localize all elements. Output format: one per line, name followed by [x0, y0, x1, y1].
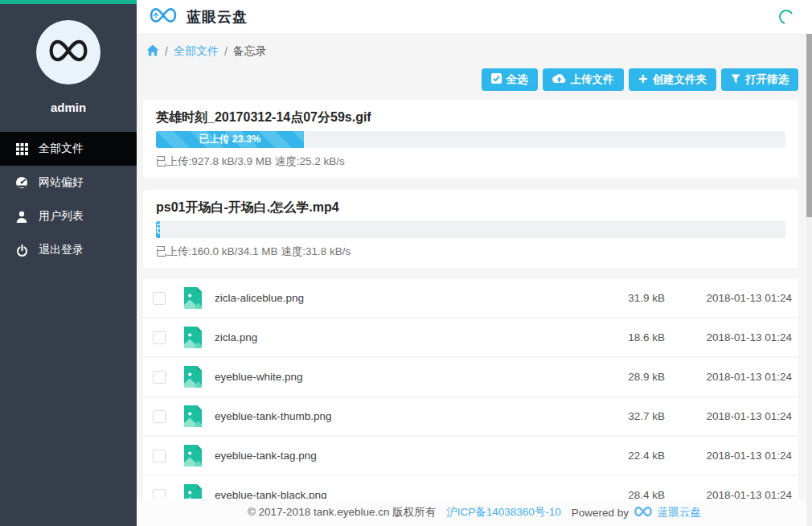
- sidebar-menu: 全部文件 网站偏好: [0, 132, 137, 267]
- file-name[interactable]: eyeblue-white.png: [215, 371, 576, 383]
- dashboard-icon: [15, 176, 28, 189]
- icp-link[interactable]: 沪ICP备14038360号-10: [446, 505, 561, 520]
- progress-label: 已上传 0.5%: [156, 223, 160, 236]
- image-file-icon: [184, 287, 202, 309]
- user-icon: [15, 210, 28, 223]
- avatar[interactable]: [36, 20, 100, 84]
- file-date: 2018-01-13 01:24: [665, 331, 792, 343]
- image-file-icon: [184, 366, 202, 388]
- file-row[interactable]: eyeblue-white.png 28.9 kB 2018-01-13 01:…: [143, 358, 798, 396]
- toolbar: 全选 上传文件: [143, 68, 798, 91]
- top-header: 蓝眼云盘: [137, 0, 812, 34]
- file-date: 2018-01-13 01:24: [665, 410, 792, 422]
- check-square-icon: [491, 73, 502, 86]
- file-name[interactable]: zicla.png: [215, 331, 576, 343]
- open-filter-button[interactable]: 打开筛选: [721, 68, 798, 91]
- button-label: 打开筛选: [745, 72, 789, 87]
- copyright-text: © 2017-2018 tank.eyeblue.cn 版权所有: [248, 505, 436, 520]
- breadcrumb: / 全部文件 / 备忘录: [143, 44, 798, 59]
- app-title: 蓝眼云盘: [187, 7, 248, 27]
- image-file-icon: [184, 327, 202, 348]
- select-all-button[interactable]: 全选: [482, 68, 538, 91]
- button-label: 创建文件夹: [653, 72, 707, 87]
- sidebar-item-all-files[interactable]: 全部文件: [0, 132, 137, 166]
- powered-by-text: Powered by: [572, 507, 629, 519]
- app-window: admin 全部文件: [0, 0, 812, 526]
- footer-brand-link[interactable]: 蓝眼云盘: [658, 505, 701, 520]
- file-date: 2018-01-13 01:24: [665, 292, 792, 304]
- scrollbar-thumb[interactable]: [806, 34, 812, 217]
- sidebar: admin 全部文件: [0, 0, 137, 526]
- powered-by: Powered by 蓝眼云盘: [572, 505, 701, 520]
- cloud-upload-icon: [552, 73, 566, 86]
- sidebar-item-logout[interactable]: 退出登录: [0, 233, 137, 267]
- file-checkbox[interactable]: [153, 450, 166, 462]
- file-size: 31.9 kB: [576, 292, 665, 304]
- upload-card: ps01开场白-开场白.怎么学.mp4 已上传 0.5% 已上传:160.0 k…: [143, 190, 798, 268]
- sidebar-item-user-list[interactable]: 用户列表: [0, 199, 137, 233]
- file-list: zicla-aliceblue.png 31.9 kB 2018-01-13 0…: [143, 279, 798, 514]
- create-folder-button[interactable]: 创建文件夹: [629, 68, 717, 91]
- username: admin: [0, 101, 137, 114]
- upload-card: 英雄时刻_20170312-14点07分59s.gif 已上传 23.3% 已上…: [143, 100, 798, 178]
- image-file-icon: [184, 445, 202, 466]
- file-checkbox[interactable]: [153, 292, 166, 305]
- loading-spinner-icon: [778, 9, 794, 25]
- sidebar-item-label: 全部文件: [39, 142, 84, 156]
- footer: © 2017-2018 tank.eyeblue.cn 版权所有 沪ICP备14…: [137, 499, 812, 526]
- file-date: 2018-01-13 01:24: [665, 371, 792, 383]
- breadcrumb-root-link[interactable]: 全部文件: [174, 44, 219, 59]
- filter-icon: [731, 74, 740, 86]
- file-date: 2018-01-13 01:24: [665, 450, 792, 462]
- sidebar-item-label: 退出登录: [39, 243, 84, 257]
- breadcrumb-current: 备忘录: [233, 44, 267, 59]
- image-file-icon: [184, 405, 202, 427]
- file-row[interactable]: zicla-aliceblue.png 31.9 kB 2018-01-13 0…: [143, 279, 798, 317]
- upload-file-button[interactable]: 上传文件: [543, 68, 624, 91]
- breadcrumb-separator: /: [224, 45, 228, 58]
- brand-infinity-icon: [45, 37, 92, 68]
- plus-icon: [638, 74, 648, 86]
- file-row[interactable]: eyeblue-tank-tag.png 22.4 kB 2018-01-13 …: [143, 437, 798, 475]
- upload-list: 英雄时刻_20170312-14点07分59s.gif 已上传 23.3% 已上…: [143, 100, 798, 268]
- progress-bar-fill: 已上传 0.5%: [156, 221, 160, 238]
- button-label: 全选: [506, 72, 528, 87]
- file-row[interactable]: zicla.png 18.6 kB 2018-01-13 01:24: [143, 318, 798, 356]
- main-area: 蓝眼云盘 / 全部文件 / 备忘录: [137, 0, 812, 526]
- file-size: 22.4 kB: [576, 450, 665, 462]
- button-label: 上传文件: [571, 72, 614, 87]
- upload-status-text: 已上传:160.0 kB/34.1 MB 速度:31.8 kB/s: [156, 245, 785, 258]
- sidebar-item-site-preferences[interactable]: 网站偏好: [0, 166, 137, 199]
- upload-status-text: 已上传:927.8 kB/3.9 MB 速度:25.2 kB/s: [156, 154, 785, 168]
- vertical-scrollbar[interactable]: [806, 34, 812, 526]
- content-area: / 全部文件 / 备忘录 全选: [137, 34, 812, 526]
- upload-filename: ps01开场白-开场白.怎么学.mp4: [156, 199, 785, 216]
- file-row[interactable]: eyeblue-tank-thumb.png 32.7 kB 2018-01-1…: [143, 397, 798, 435]
- sidebar-top-strip: [0, 0, 137, 4]
- file-checkbox[interactable]: [153, 331, 166, 344]
- progress-bar-fill: 已上传 23.3%: [156, 131, 304, 148]
- file-name[interactable]: eyeblue-tank-tag.png: [215, 450, 576, 462]
- progress-label: 已上传 23.3%: [199, 133, 260, 146]
- power-icon: [15, 244, 28, 257]
- breadcrumb-separator: /: [165, 45, 168, 58]
- file-size: 32.7 kB: [576, 410, 665, 422]
- upload-filename: 英雄时刻_20170312-14点07分59s.gif: [156, 109, 785, 125]
- file-size: 18.6 kB: [576, 331, 665, 343]
- sidebar-item-label: 网站偏好: [39, 175, 84, 190]
- file-checkbox[interactable]: [153, 410, 166, 423]
- file-name[interactable]: zicla-aliceblue.png: [215, 292, 576, 304]
- file-name[interactable]: eyeblue-tank-thumb.png: [215, 410, 576, 422]
- progress-bar: 已上传 23.3%: [156, 131, 785, 148]
- home-icon[interactable]: [146, 44, 159, 59]
- grid-icon: [15, 142, 28, 155]
- file-size: 28.9 kB: [576, 371, 665, 383]
- file-checkbox[interactable]: [153, 371, 166, 384]
- progress-bar: 已上传 0.5%: [156, 221, 785, 238]
- sidebar-item-label: 用户列表: [39, 209, 84, 224]
- brand-logo-icon: [147, 5, 179, 29]
- footer-brand-infinity-icon: [633, 505, 654, 520]
